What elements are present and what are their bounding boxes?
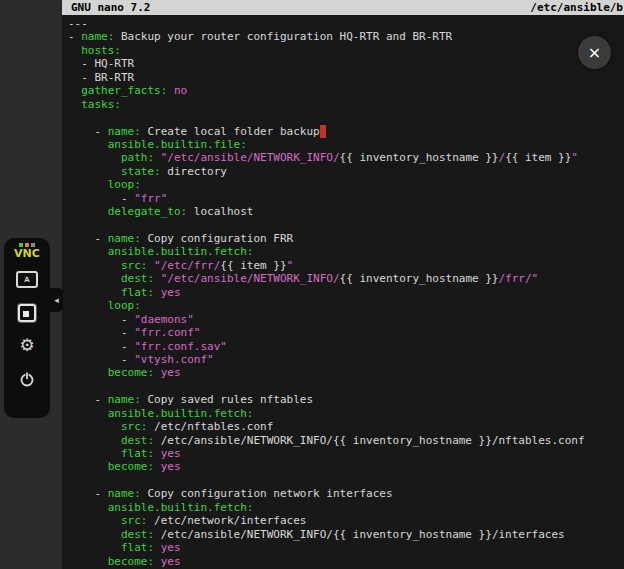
code-segment: yes bbox=[161, 366, 181, 379]
code-line: path: "/etc/ansible/NETWORK_INFO/{{ inve… bbox=[68, 151, 624, 164]
code-line: become: yes bbox=[68, 555, 624, 568]
text-cursor bbox=[320, 125, 327, 138]
code-segment: ansible.builtin.fetch: bbox=[108, 407, 254, 420]
code-segment: flat: bbox=[121, 286, 154, 299]
code-segment: ansible.builtin.fetch: bbox=[108, 245, 254, 258]
code-segment bbox=[68, 514, 121, 527]
code-line bbox=[68, 219, 624, 232]
code-segment: " bbox=[571, 151, 578, 164]
code-segment: tasks: bbox=[81, 98, 121, 111]
code-line: ansible.builtin.fetch: bbox=[68, 407, 624, 420]
code-segment: Copy configuration FRR bbox=[141, 232, 293, 245]
close-button[interactable]: × bbox=[578, 36, 611, 69]
code-segment: name: bbox=[108, 487, 141, 500]
code-segment bbox=[68, 447, 121, 460]
vnc-logo-text: VNC bbox=[14, 248, 40, 259]
code-segment bbox=[68, 501, 108, 514]
code-line: become: yes bbox=[68, 460, 624, 473]
chevron-left-icon: ◂ bbox=[54, 295, 59, 305]
code-segment: ansible.builtin.file: bbox=[108, 138, 247, 151]
power-icon bbox=[19, 371, 35, 387]
code-segment: yes bbox=[161, 447, 181, 460]
code-segment bbox=[154, 366, 161, 379]
code-line: --- bbox=[68, 17, 624, 30]
power-button[interactable] bbox=[10, 362, 44, 395]
code-line: tasks: bbox=[68, 98, 624, 111]
code-line: flat: yes bbox=[68, 286, 624, 299]
code-segment: --- bbox=[68, 17, 88, 30]
code-segment: src: bbox=[121, 259, 148, 272]
code-segment: hosts: bbox=[81, 44, 121, 57]
close-icon: × bbox=[588, 43, 601, 62]
code-segment bbox=[154, 272, 161, 285]
code-line: delegate_to: localhost bbox=[68, 205, 624, 218]
code-line: - "vtysh.conf" bbox=[68, 353, 624, 366]
code-line: - HQ-RTR bbox=[68, 57, 624, 70]
nano-app-title: GNU nano 7.2 bbox=[71, 0, 150, 15]
settings-button[interactable]: ⚙ bbox=[10, 329, 44, 362]
code-segment: directory bbox=[161, 165, 227, 178]
code-line: dest: /etc/ansible/NETWORK_INFO/{{ inven… bbox=[68, 528, 624, 541]
code-segment: /interfaces bbox=[492, 528, 565, 541]
code-segment bbox=[68, 434, 121, 447]
code-segment: {{ item }} bbox=[220, 259, 286, 272]
code-segment: name: bbox=[108, 393, 141, 406]
code-segment: ansible.builtin.fetch: bbox=[108, 501, 254, 514]
terminal-window[interactable]: GNU nano 7.2 /etc/ansible/b ---- name: B… bbox=[62, 0, 624, 569]
code-segment bbox=[154, 555, 161, 568]
code-segment: src: bbox=[121, 420, 148, 433]
fullscreen-button[interactable] bbox=[10, 296, 44, 329]
code-segment bbox=[68, 44, 81, 57]
code-line: src: /etc/nftables.conf bbox=[68, 420, 624, 433]
code-segment bbox=[154, 286, 161, 299]
code-line: flat: yes bbox=[68, 447, 624, 460]
keyboard-button[interactable]: A bbox=[10, 263, 44, 296]
code-line: - name: Copy configuration network inter… bbox=[68, 487, 624, 500]
code-line: - "frr.conf" bbox=[68, 326, 624, 339]
gear-icon: ⚙ bbox=[19, 337, 34, 354]
code-segment: src: bbox=[121, 514, 148, 527]
code-line: src: "/etc/frr/{{ item }}" bbox=[68, 259, 624, 272]
code-segment: gather_facts: bbox=[81, 84, 167, 97]
code-segment bbox=[154, 151, 161, 164]
code-segment: localhost bbox=[187, 205, 253, 218]
code-segment: - HQ-RTR bbox=[68, 57, 134, 70]
code-segment: - bbox=[68, 313, 134, 326]
code-segment: Copy saved rules nftables bbox=[141, 393, 313, 406]
code-segment: {{ inventory_hostname }} bbox=[340, 151, 499, 164]
code-segment: loop: bbox=[108, 299, 141, 312]
code-segment bbox=[68, 165, 121, 178]
vnc-logo: VNC bbox=[14, 243, 40, 259]
code-segment: - bbox=[68, 125, 108, 138]
code-segment: flat: bbox=[121, 541, 154, 554]
code-segment bbox=[68, 245, 108, 258]
code-line: - name: Backup your router configuration… bbox=[68, 30, 624, 43]
code-line: ansible.builtin.file: bbox=[68, 138, 624, 151]
code-segment: delegate_to: bbox=[108, 205, 187, 218]
code-segment: state: bbox=[121, 165, 161, 178]
fullscreen-icon bbox=[18, 304, 36, 322]
code-segment: - bbox=[68, 353, 134, 366]
code-segment: "/etc/ansible/NETWORK_INFO/ bbox=[161, 272, 340, 285]
code-segment: dest: bbox=[121, 528, 154, 541]
code-segment bbox=[68, 151, 121, 164]
code-segment bbox=[68, 366, 108, 379]
control-bar-handle[interactable]: ◂ bbox=[50, 288, 63, 312]
code-segment: become: bbox=[108, 555, 154, 568]
editor-content[interactable]: ---- name: Backup your router configurat… bbox=[62, 15, 624, 568]
code-segment bbox=[154, 541, 161, 554]
code-line: loop: bbox=[68, 299, 624, 312]
code-segment: path: bbox=[121, 151, 154, 164]
code-segment: Create local folder backup bbox=[141, 125, 320, 138]
code-segment bbox=[68, 407, 108, 420]
code-line: gather_facts: no bbox=[68, 84, 624, 97]
code-segment: Copy configuration network interfaces bbox=[141, 487, 393, 500]
code-segment: - bbox=[68, 326, 134, 339]
code-segment: yes bbox=[161, 555, 181, 568]
code-segment bbox=[68, 138, 108, 151]
code-segment: {{ item }} bbox=[505, 151, 571, 164]
code-line: ansible.builtin.fetch: bbox=[68, 245, 624, 258]
code-segment: name: bbox=[108, 232, 141, 245]
code-segment: - bbox=[68, 487, 108, 500]
code-line: - BR-RTR bbox=[68, 71, 624, 84]
